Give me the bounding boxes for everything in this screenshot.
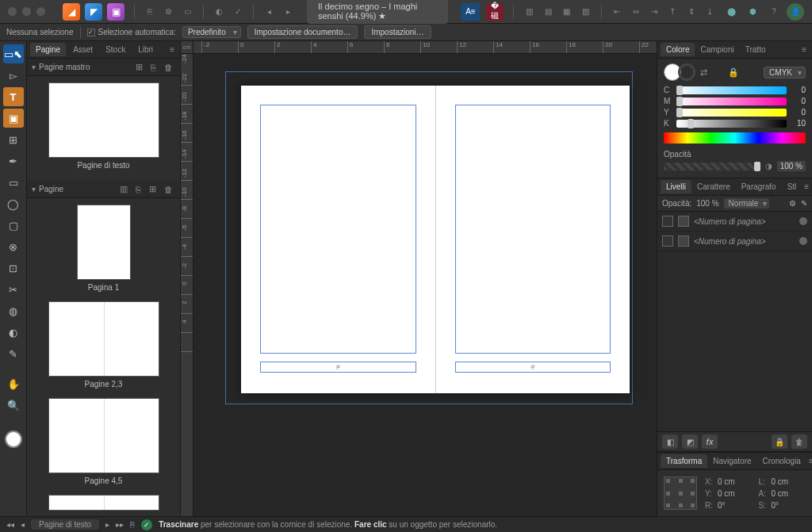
opacity-value[interactable]: 100 %: [777, 161, 806, 171]
zoom-tool[interactable]: 🔍: [3, 396, 24, 415]
maximize-window-icon[interactable]: [36, 7, 45, 16]
add-page-icon[interactable]: ⎘: [133, 185, 144, 194]
blend-mode-dropdown[interactable]: Normale: [724, 198, 770, 209]
tab-stroke[interactable]: Tratto: [740, 43, 772, 56]
lock-icon[interactable]: 🔒: [728, 67, 739, 78]
panel-menu-icon[interactable]: ≡: [799, 45, 809, 54]
magenta-slider[interactable]: M 0: [664, 97, 806, 105]
tab-character[interactable]: Carattere: [691, 180, 736, 193]
preferences-button[interactable]: Impostazioni…: [364, 25, 431, 39]
layer-item[interactable]: <Numero di pagina>: [657, 212, 812, 232]
gear-icon[interactable]: ⚙: [789, 199, 796, 208]
studio-link-icon[interactable]: ⬤: [722, 3, 740, 21]
designer-persona-icon[interactable]: ◢: [63, 3, 80, 21]
page-left[interactable]: #: [241, 86, 436, 393]
snapping-toggle-icon[interactable]: �磁: [486, 3, 504, 21]
page-item[interactable]: Pagine 2,3: [27, 301, 180, 393]
tab-history[interactable]: Cronologia: [757, 454, 806, 468]
page-thumbnail[interactable]: [48, 495, 159, 511]
view-mode-icon[interactable]: ▭: [182, 3, 193, 21]
preview-icon[interactable]: ◐: [213, 3, 225, 21]
page-number-frame[interactable]: #: [455, 362, 611, 373]
fill-color-well[interactable]: [5, 431, 22, 448]
layer-item[interactable]: <Numero di pagina>: [657, 232, 812, 251]
delete-layer-icon[interactable]: 🗑: [791, 434, 807, 449]
panel-menu-icon[interactable]: ≡: [806, 457, 812, 465]
chevron-right-icon[interactable]: ▸▸: [116, 520, 124, 529]
align-top-icon[interactable]: ⤒: [667, 3, 679, 21]
file-open-icon[interactable]: ⎘: [144, 3, 156, 21]
r-field[interactable]: R:0°: [705, 500, 753, 510]
align-left-icon[interactable]: ⇤: [611, 3, 622, 21]
add-spread-icon[interactable]: ⎘: [130, 520, 135, 529]
ellipse-tool[interactable]: ◯: [3, 194, 24, 213]
mask-icon[interactable]: ◧: [662, 434, 678, 449]
page-item[interactable]: Pagine 4,5: [27, 398, 180, 490]
swap-colors-icon[interactable]: ⇄: [700, 67, 707, 78]
w-field[interactable]: L:0 cm: [759, 477, 806, 486]
page-item[interactable]: Pagina 1: [27, 205, 180, 297]
pan-tool[interactable]: ✋: [3, 374, 24, 393]
frame-text-tool[interactable]: T: [3, 87, 24, 106]
baseline-grid-icon[interactable]: A≡: [461, 3, 480, 21]
tab-paragraph[interactable]: Paragrafo: [736, 180, 782, 193]
chevron-right-icon[interactable]: ▸: [105, 520, 109, 529]
chevron-left-icon[interactable]: ◂◂: [6, 520, 14, 529]
photo-persona-icon[interactable]: ◤: [85, 3, 102, 21]
black-slider[interactable]: K 10: [664, 119, 806, 128]
duplicate-page-icon[interactable]: ⊞: [147, 184, 159, 194]
gear-icon[interactable]: ⚙: [163, 3, 174, 21]
tab-swatches[interactable]: Campioni: [695, 43, 739, 56]
yellow-slider[interactable]: Y 0: [664, 108, 806, 117]
spread-options-icon[interactable]: ▥: [117, 184, 130, 194]
tab-navigator[interactable]: Navigatore: [707, 454, 756, 468]
opacity-slider[interactable]: [664, 163, 760, 170]
align-right-icon[interactable]: ⇥: [648, 3, 660, 21]
master-thumbnail[interactable]: [48, 82, 159, 158]
visibility-toggle-icon[interactable]: [799, 237, 807, 245]
duplicate-master-icon[interactable]: ⎘: [148, 63, 159, 72]
publisher-persona-icon[interactable]: ▣: [107, 3, 124, 21]
rounded-rect-tool[interactable]: ▢: [3, 216, 24, 235]
ruler-origin[interactable]: cm: [181, 41, 193, 54]
document-viewport[interactable]: # #: [193, 54, 657, 516]
node-tool[interactable]: ▻: [3, 66, 24, 85]
minimize-window-icon[interactable]: [22, 7, 31, 16]
auto-select-checkbox[interactable]: ✓ Selezione automatica:: [87, 28, 176, 36]
align-bottom-icon[interactable]: ⤓: [704, 3, 716, 21]
move-tool[interactable]: ▭⬉: [3, 44, 24, 63]
page-thumbnail[interactable]: [77, 205, 131, 280]
layer-opacity-value[interactable]: 100 %: [696, 199, 718, 208]
tab-pages[interactable]: Pagine: [30, 43, 66, 56]
delete-page-icon[interactable]: 🗑: [162, 185, 175, 194]
current-spread-dropdown[interactable]: Pagine di testo: [31, 519, 99, 530]
page-thumbnail[interactable]: [48, 398, 159, 473]
color-picker-tool[interactable]: ✎: [3, 344, 24, 363]
fill-tool[interactable]: ◍: [3, 301, 24, 320]
arrange-front-icon[interactable]: ▧: [579, 3, 591, 21]
y-field[interactable]: Y:0 cm: [705, 488, 753, 498]
pen-tool[interactable]: ✒: [3, 151, 24, 170]
triangle-tool[interactable]: ⊗: [3, 237, 24, 256]
tab-books[interactable]: Libri: [132, 43, 159, 56]
adjustment-icon[interactable]: ◩: [682, 434, 698, 449]
tab-color[interactable]: Colore: [661, 43, 695, 56]
asset-place-tool[interactable]: ⊡: [3, 258, 24, 277]
h-field[interactable]: A:0 cm: [759, 488, 806, 498]
help-icon[interactable]: ?: [765, 3, 783, 21]
add-master-icon[interactable]: ⊞: [133, 62, 145, 72]
panel-menu-icon[interactable]: ≡: [802, 182, 811, 191]
page-thumbnail[interactable]: [48, 301, 159, 377]
arrow-left-icon[interactable]: ◂: [263, 3, 275, 21]
tab-text-styles[interactable]: Stl: [782, 180, 802, 193]
arrange-back-icon[interactable]: ▥: [523, 3, 535, 21]
table-tool[interactable]: ⊞: [3, 130, 24, 149]
close-window-icon[interactable]: [8, 7, 17, 16]
align-center-v-icon[interactable]: ⇕: [685, 3, 697, 21]
s-field[interactable]: S:0°: [759, 500, 806, 510]
lock-layer-icon[interactable]: 🔒: [772, 434, 787, 449]
account-avatar-icon[interactable]: 👤: [787, 3, 804, 21]
delete-master-icon[interactable]: 🗑: [162, 63, 175, 72]
spread[interactable]: # #: [241, 86, 630, 393]
vertical-ruler[interactable]: -24-22-20 -18-16-14 -12-10-8 -6-4-2 024: [181, 54, 193, 516]
